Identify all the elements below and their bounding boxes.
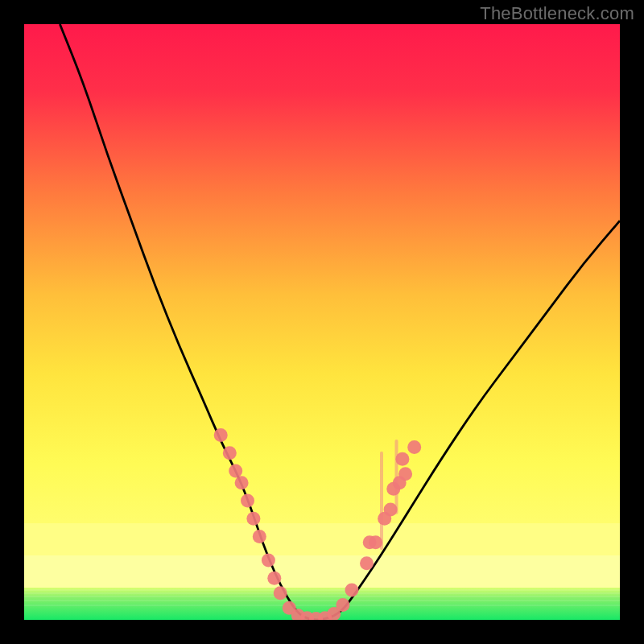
svg-point-16 bbox=[274, 586, 287, 600]
svg-point-29 bbox=[384, 503, 398, 517]
gradient-field bbox=[24, 24, 620, 588]
svg-point-33 bbox=[398, 467, 412, 481]
watermark-text: TheBottleneck.com bbox=[480, 3, 634, 24]
svg-point-24 bbox=[345, 584, 359, 597]
svg-point-7 bbox=[214, 428, 228, 442]
yellow-band-lighter bbox=[24, 555, 620, 588]
svg-point-15 bbox=[267, 572, 281, 585]
svg-point-25 bbox=[360, 556, 374, 570]
svg-point-13 bbox=[253, 530, 266, 543]
svg-point-11 bbox=[241, 494, 254, 508]
svg-point-34 bbox=[407, 440, 421, 454]
chart-canvas bbox=[24, 24, 620, 620]
svg-point-10 bbox=[235, 476, 249, 489]
svg-point-27 bbox=[369, 535, 382, 549]
svg-point-32 bbox=[395, 452, 409, 466]
svg-point-12 bbox=[246, 512, 260, 526]
chart-frame bbox=[24, 24, 620, 620]
svg-point-23 bbox=[336, 598, 349, 612]
svg-point-8 bbox=[223, 446, 237, 460]
svg-point-14 bbox=[262, 554, 275, 568]
svg-point-9 bbox=[229, 464, 242, 478]
